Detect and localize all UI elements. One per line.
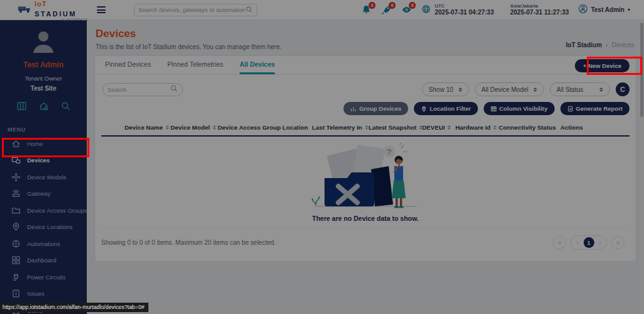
status-select[interactable]: All Status [550,82,610,96]
sort-icon[interactable] [165,125,169,130]
clock-utc-zone: UTC [435,3,494,9]
column-latest-snapshot[interactable]: Latest Snapshot [369,124,422,131]
sidebar-item-dashboard[interactable]: Dashboard [0,252,87,269]
tab-pinned-telemetries[interactable]: Pinned Telemetries [167,56,223,74]
sidebar-item-device-access-groups[interactable]: Device Access Groups [0,202,87,219]
sort-icon[interactable] [213,125,216,130]
location-pin-icon [11,222,21,232]
tab-pinned-devices[interactable]: Pinned Devices [105,56,151,74]
global-search-input[interactable] [138,6,245,13]
devices-icon [11,155,21,165]
main-content: Devices This is the list of IoT Stadium … [87,20,644,314]
sidebar-item-home[interactable]: Home [0,135,87,152]
sidebar-item-issues[interactable]: Issues [0,286,87,303]
tenant-columns-icon[interactable] [16,101,27,114]
column-device-name[interactable]: Device Name [125,124,170,131]
scrollbar-thumb[interactable] [640,23,643,117]
hamburger-menu-icon[interactable] [97,6,106,13]
vertical-scrollbar[interactable] [640,20,644,314]
site-settings-icon[interactable] [38,101,49,114]
sidebar-item-power-circuits[interactable]: Power Circuits [0,269,87,286]
sidebar-item-label: Issues [27,290,44,297]
sidebar-item-label: Automations [27,240,60,247]
site-search-icon[interactable] [60,101,71,114]
clock-jakarta-datetime: 2025-07-31 11:27:33 [510,9,569,17]
sidebar-item-automations[interactable]: Automations [0,235,87,252]
sidebar-item-device-models[interactable]: Device Models [0,169,87,186]
generate-report-button[interactable]: Generate Report [560,102,630,115]
tabs-bar: Pinned Devices Pinned Telemetries All De… [95,56,636,75]
devices-card: Pinned Devices Pinned Telemetries All De… [94,55,636,262]
sidebar-item-label: Devices [27,157,50,164]
pagination-prev-button[interactable]: ‹ [576,239,578,246]
sidebar-item-gateway[interactable]: Gateway [0,186,87,203]
table-actions-row: Group Devices Location Filter Column Vis… [95,96,636,115]
folder-icon [11,206,21,215]
brand-logo[interactable]: IoT STADIUM by WOWRACK [0,0,88,21]
location-filter-button[interactable]: Location Filter [414,102,477,115]
user-avatar-icon [578,4,588,16]
breadcrumb-current: Devices [611,42,634,48]
table-search [103,83,183,96]
truck-logo-icon [18,4,31,16]
sidebar-item-devices[interactable]: Devices [0,152,87,169]
pagination-next-button[interactable]: › [599,239,601,246]
brand-byline: by WOWRACK [35,18,88,22]
sidebar-item-label: Home [27,140,43,147]
table-footer: Showing 0 to 0 of 0 items. Maximum 20 it… [101,228,630,250]
breadcrumb-parent[interactable]: IoT Stadium [566,42,602,48]
device-model-select[interactable]: All Device Model [475,82,544,96]
refresh-button[interactable]: C [616,82,630,96]
sort-icon[interactable] [447,125,451,130]
column-device-access-group[interactable]: Device Access Group [218,124,282,131]
sort-icon[interactable] [493,125,497,130]
eye-notification-button[interactable]: 0 [401,4,413,16]
tab-all-devices[interactable]: All Devices [240,56,275,74]
sidebar-item-device-locations[interactable]: Device Locations [0,219,87,236]
table-search-input[interactable] [108,86,170,93]
show-count-select[interactable]: Show 10 [422,82,469,96]
pagination-last-button[interactable]: » [611,236,625,249]
empty-state: ? [95,137,636,222]
sidebar-item-label: Device Access Groups [27,207,87,214]
profile-site: Test Site [0,85,87,92]
pagination: « ‹ 1 › » [553,235,630,250]
dashboard-icon [11,255,21,265]
column-deveui[interactable]: DEVEUI [422,124,455,131]
sidebar: Test Admin Tenant Owner Test Site MENU H… [0,20,87,314]
clock-group: UTC 2025-07-31 04:27:33 Asia/Jakarta 202… [421,3,569,17]
global-search [134,4,257,16]
user-menu[interactable]: Test Admin ▾ [578,4,630,16]
clock-utc: UTC 2025-07-31 04:27:33 [435,3,494,17]
profile-avatar [30,28,57,55]
clock-jakarta-zone: Asia/Jakarta [510,3,569,9]
column-device-model[interactable]: Device Model [170,124,218,131]
topbar: IoT STADIUM by WOWRACK 0 0 [0,0,644,20]
column-hardware-id[interactable]: Hardware Id [455,124,499,131]
user-name: Test Admin [591,6,625,13]
app-window: IoT STADIUM by WOWRACK 0 0 [0,0,644,314]
column-location[interactable]: Location [282,124,312,131]
chevron-down-icon: ▾ [628,7,630,13]
new-device-button[interactable]: + New Device [575,59,630,72]
select-arrows-icon [533,87,537,92]
column-actions: Actions [560,124,630,131]
home-icon [11,139,21,149]
group-devices-button[interactable]: Group Devices [343,102,408,115]
pagination-first-button[interactable]: « [553,236,566,249]
column-visibility-button[interactable]: Column Visibility [484,102,555,115]
column-connectivity[interactable]: Connectivity [499,124,537,131]
menu-section-label: MENU [8,126,87,133]
sort-icon[interactable] [365,125,369,130]
svg-text:?: ? [387,148,391,157]
brand-iot: IoT [35,0,47,8]
breadcrumb-separator-icon: › [606,42,608,48]
column-last-telemetry-in[interactable]: Last Telemetry In [312,124,369,131]
rocket-notification-button[interactable]: 0 [381,4,392,16]
column-status[interactable]: Status [537,124,560,131]
automation-icon [11,239,21,249]
bell-notification-button[interactable]: 0 [361,4,372,16]
pagination-page-1[interactable]: 1 [584,237,594,248]
profile-name: Test Admin [0,60,87,69]
search-icon [245,4,253,16]
